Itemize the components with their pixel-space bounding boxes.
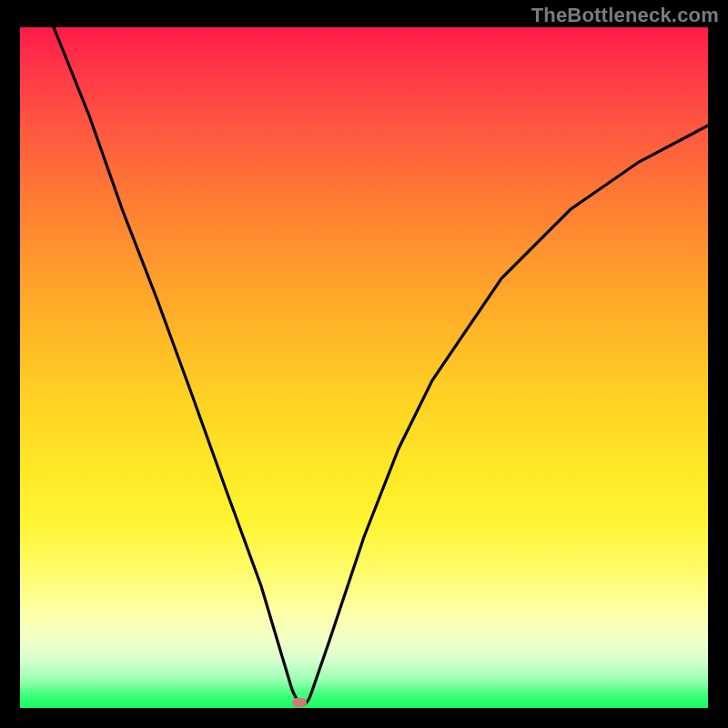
bottleneck-curve <box>20 27 708 708</box>
chart-frame: TheBottleneck.com <box>0 0 728 728</box>
plot-outer <box>20 27 708 708</box>
minimum-marker <box>292 698 307 707</box>
watermark-text: TheBottleneck.com <box>531 4 719 27</box>
